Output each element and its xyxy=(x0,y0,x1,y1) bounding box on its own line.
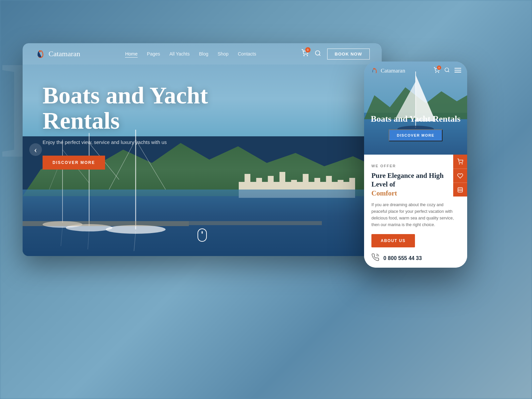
phone-icon xyxy=(371,253,379,263)
float-compare-icon xyxy=(457,187,463,193)
mouse-icon xyxy=(198,228,207,242)
nav-item-yachts[interactable]: All Yachts xyxy=(170,51,190,57)
mobile-discover-button[interactable]: DISCOVER MORE xyxy=(389,129,442,141)
hero-title: Boats and Yacht Rentals xyxy=(43,83,235,133)
mobile-hero: Catamaran 0 xyxy=(364,62,467,155)
svg-point-18 xyxy=(307,55,308,56)
search-button[interactable] xyxy=(315,50,321,58)
svg-point-24 xyxy=(373,68,375,70)
mobile-cart-badge: 0 xyxy=(437,66,441,70)
float-cart-icon xyxy=(457,159,463,165)
section-title-accent: Comfort xyxy=(371,189,397,197)
mobile-float-icons xyxy=(453,155,467,197)
desktop-nav-right: 0 BOOK NOW xyxy=(301,49,370,60)
cart-button[interactable]: 0 xyxy=(301,49,309,59)
slider-prev-button[interactable]: ‹ xyxy=(29,143,42,156)
mobile-hero-title: Boats and Yacht Rentals xyxy=(364,114,467,124)
nav-item-contacts[interactable]: Contacts xyxy=(238,51,256,57)
mobile-search-icon xyxy=(444,67,450,73)
search-icon xyxy=(315,50,321,57)
nav-item-pages[interactable]: Pages xyxy=(147,51,160,57)
phone-number: 0 800 555 44 33 xyxy=(383,255,422,261)
svg-point-17 xyxy=(304,55,304,56)
desktop-nav-links: Home Pages All Yachts Blog Shop Contacts xyxy=(125,51,256,57)
we-offer-label: WE OFFER xyxy=(371,164,396,168)
mobile-content-section: WE OFFER Pure Elegance and High Level of… xyxy=(364,155,467,268)
float-cart-button[interactable] xyxy=(453,155,467,169)
desktop-navbar: Catamaran Home Pages All Yachts Blog Sho… xyxy=(23,43,382,65)
mobile-hero-content: Boats and Yacht Rentals DISCOVER MORE xyxy=(364,114,467,141)
book-now-button[interactable]: BOOK NOW xyxy=(327,49,370,60)
discover-more-button[interactable]: DISCOVER MORE xyxy=(43,156,105,170)
mobile-cart-button[interactable]: 0 xyxy=(434,67,440,75)
svg-rect-33 xyxy=(458,188,463,192)
hero-subtitle: Enjoy the perfect view, service and luxu… xyxy=(43,139,235,145)
svg-point-26 xyxy=(438,72,439,73)
svg-point-19 xyxy=(315,51,320,55)
desktop-hero-content: Boats and Yacht Rentals Enjoy the perfec… xyxy=(43,83,235,170)
mobile-navbar: Catamaran 0 xyxy=(364,62,467,80)
phone-svg-icon xyxy=(371,253,379,261)
mobile-section-title: Pure Elegance and High Level of Comfort xyxy=(371,171,460,198)
about-us-button[interactable]: ABOUT US xyxy=(371,234,415,247)
float-compare-button[interactable] xyxy=(453,183,467,197)
mobile-section-description: If you are dreaming about the cozy and p… xyxy=(371,201,460,228)
mobile-search-button[interactable] xyxy=(444,67,450,74)
nav-item-blog[interactable]: Blog xyxy=(199,51,208,57)
mobile-logo[interactable]: Catamaran xyxy=(370,67,405,75)
svg-point-16 xyxy=(39,50,41,52)
hamburger-icon xyxy=(455,67,461,73)
desktop-logo-text: Catamaran xyxy=(49,50,80,58)
svg-rect-20 xyxy=(198,229,206,241)
svg-point-25 xyxy=(436,72,436,73)
svg-point-32 xyxy=(462,164,463,164)
logo-icon xyxy=(35,49,45,59)
float-wishlist-button[interactable] xyxy=(453,169,467,183)
section-title-black: Pure Elegance and High Level of xyxy=(371,172,444,188)
phone-row: 0 800 555 44 33 xyxy=(371,253,460,263)
desktop-mockup: Catamaran Home Pages All Yachts Blog Sho… xyxy=(23,43,382,256)
desktop-logo[interactable]: Catamaran xyxy=(35,49,80,59)
nav-item-home[interactable]: Home xyxy=(125,51,137,57)
svg-point-27 xyxy=(445,68,449,71)
float-heart-icon xyxy=(457,173,463,179)
mobile-logo-icon xyxy=(370,67,378,75)
hero-water xyxy=(23,190,382,256)
cart-badge: 0 xyxy=(305,47,311,53)
mobile-nav-right: 0 xyxy=(434,67,461,75)
mobile-logo-text: Catamaran xyxy=(381,67,405,74)
svg-point-31 xyxy=(459,164,460,164)
svg-rect-21 xyxy=(201,231,203,234)
mobile-menu-button[interactable] xyxy=(455,67,461,74)
scroll-indicator xyxy=(198,228,207,244)
mobile-mockup: Catamaran 0 xyxy=(364,62,467,268)
nav-item-shop[interactable]: Shop xyxy=(218,51,229,57)
